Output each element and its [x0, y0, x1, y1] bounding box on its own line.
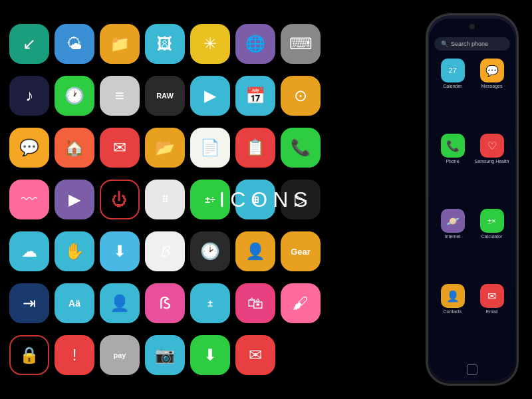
phone-phone-icon: 📞 — [441, 134, 465, 158]
phone-mockup: 🔍 Search phone 27Calender💬Messages📞Phone… — [426, 13, 519, 386]
app-icon-gallery[interactable]: 🖼 — [145, 24, 185, 64]
messages-phone[interactable]: 💬Messages — [473, 59, 510, 131]
app-icon-sound[interactable]: 〰 — [9, 180, 49, 219]
app-icon-apps[interactable]: ⠿ — [145, 180, 185, 219]
app-icon-weather[interactable]: 🌤 — [55, 24, 94, 64]
contacts-phone[interactable]: 👤Contacts — [434, 284, 471, 356]
calendar-phone-icon: 27 — [441, 59, 465, 82]
icons-label: ICONS — [219, 188, 313, 212]
app-icon-galaxy[interactable]: ⊙ — [281, 76, 321, 116]
app-icon-cloud[interactable]: ☁ — [9, 231, 49, 271]
calculator-phone-icon: ±× — [480, 209, 504, 233]
app-icon-music[interactable]: ♪ — [9, 76, 49, 116]
samsung-health-phone-icon: ♡ — [480, 134, 504, 158]
contacts-phone-icon: 👤 — [441, 284, 465, 308]
samsung-health-phone[interactable]: ♡Samsung Health — [473, 134, 510, 206]
app-icon-bixby[interactable]: 𝓑 — [145, 231, 185, 271]
phone-search-bar[interactable]: 🔍 Search phone — [434, 37, 510, 51]
internet-phone-label: Internet — [445, 234, 461, 239]
app-icon-font[interactable]: Aä — [55, 283, 94, 323]
app-icon-folder[interactable]: 📂 — [145, 128, 185, 168]
app-icon-files[interactable]: 📋 — [235, 128, 275, 168]
internet-phone-icon: 🪐 — [441, 209, 465, 233]
messages-phone-icon: 💬 — [480, 59, 504, 82]
app-icon-gear[interactable]: Gear — [281, 231, 321, 271]
app-icon-pay[interactable]: pay — [100, 335, 140, 375]
app-icon-secure[interactable]: 🔒 — [9, 335, 49, 375]
app-icon-contacts[interactable]: 👤 — [235, 231, 275, 271]
app-icon-notes[interactable]: ≡ — [100, 76, 140, 116]
app-icon-email[interactable]: ✉ — [100, 128, 140, 168]
app-icon-profile[interactable]: 👤 — [100, 283, 140, 323]
app-icon-calc[interactable]: ± — [190, 283, 230, 323]
phone-bottom-bar — [429, 359, 515, 380]
app-icon-themes[interactable]: ✳ — [190, 24, 230, 64]
calendar-phone-label: Calender — [443, 84, 462, 88]
app-icon-my-files[interactable]: 📁 — [100, 24, 140, 64]
app-icon-memo[interactable]: 📄 — [190, 128, 230, 168]
app-icon-video[interactable]: ▶ — [190, 76, 230, 116]
app-icon-mail[interactable]: ✉ — [235, 335, 275, 375]
phone-screen: 🔍 Search phone 27Calender💬Messages📞Phone… — [429, 19, 515, 380]
internet-phone[interactable]: 🪐Internet — [434, 209, 471, 281]
app-icon-power[interactable]: ⏻ — [100, 180, 140, 219]
app-icon-video[interactable]: ▶ — [55, 180, 94, 219]
app-icon-messages[interactable]: 💬 — [9, 128, 49, 168]
app-icon-camera[interactable]: 📷 — [145, 335, 185, 375]
email-phone[interactable]: ✉Email — [473, 284, 510, 356]
app-icon-shop[interactable]: 🛍 — [235, 283, 275, 323]
app-icon-download[interactable]: ⬇ — [100, 231, 140, 271]
contacts-phone-label: Contacts — [444, 309, 462, 314]
messages-phone-label: Messages — [481, 84, 503, 88]
app-icon-bixby[interactable]: ẞ — [145, 283, 185, 323]
phone-camera — [469, 24, 475, 29]
phone-icons-grid: 27Calender💬Messages📞Phone♡Samsung Health… — [429, 56, 515, 359]
app-icon-clock[interactable]: 🕑 — [190, 231, 230, 271]
app-icon-paint[interactable]: 🖌 — [281, 283, 321, 323]
app-icon-clock[interactable]: 🕐 — [55, 76, 94, 116]
app-icon-raw[interactable]: RAW — [145, 76, 185, 116]
app-icon-smart-home[interactable]: 🏠 — [55, 128, 94, 168]
app-icon-phone[interactable]: ↙ — [9, 24, 49, 64]
app-icon-download[interactable]: ⬇ — [190, 335, 230, 375]
phone-home-button[interactable] — [467, 364, 477, 375]
phone-phone[interactable]: 📞Phone — [434, 134, 471, 206]
app-icon-remind[interactable]: ! — [55, 335, 94, 375]
app-icon-calendar[interactable]: 📅 — [235, 76, 275, 116]
app-icon-keyboard[interactable]: ⌨ — [281, 24, 321, 64]
app-icon-internet[interactable]: 🌐 — [235, 24, 275, 64]
email-phone-icon: ✉ — [480, 284, 504, 308]
app-icon-gesture[interactable]: ✋ — [55, 231, 94, 271]
calculator-phone[interactable]: ±×Calculator — [473, 209, 510, 281]
email-phone-label: Email — [486, 309, 498, 314]
samsung-health-phone-label: Samsung Health — [475, 159, 509, 164]
app-icon-phone[interactable]: 📞 — [281, 128, 321, 168]
search-icon: 🔍 — [441, 41, 448, 47]
phone-phone-label: Phone — [446, 159, 459, 164]
calculator-phone-label: Calculator — [481, 234, 503, 239]
search-placeholder: Search phone — [451, 41, 488, 47]
calendar-phone[interactable]: 27Calender — [434, 59, 471, 131]
app-icon-edge[interactable]: ⇥ — [9, 283, 49, 323]
